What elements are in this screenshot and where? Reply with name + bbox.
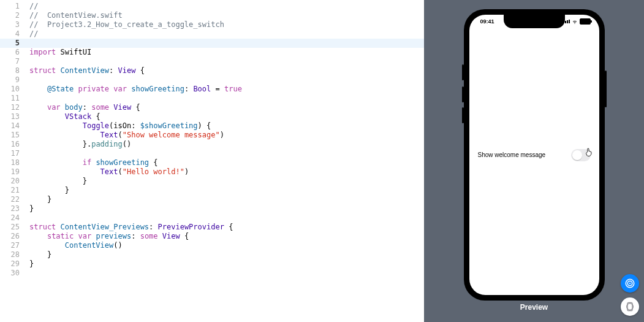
line-code: }	[23, 204, 34, 213]
line-number: 16	[0, 140, 23, 149]
code-line[interactable]: 24	[0, 213, 424, 223]
code-line[interactable]: 21 }	[0, 186, 424, 195]
code-line[interactable]: 4//	[0, 29, 424, 39]
line-number: 4	[0, 29, 23, 39]
line-number: 23	[0, 204, 23, 213]
line-code	[23, 94, 29, 103]
code-lines: 1//2// ContentView.swift3// Project3.2_H…	[0, 0, 424, 278]
line-number: 15	[0, 131, 23, 140]
code-line[interactable]: 1//	[0, 2, 424, 11]
live-preview-button[interactable]	[621, 274, 639, 293]
line-number: 29	[0, 259, 23, 269]
device-icon	[625, 302, 635, 312]
line-code	[23, 39, 29, 48]
line-code	[23, 57, 29, 66]
code-editor[interactable]: 1//2// ContentView.swift3// Project3.2_H…	[0, 0, 424, 322]
line-code	[23, 269, 29, 278]
toggle-label: Show welcome message	[478, 151, 546, 158]
code-line[interactable]: 11	[0, 94, 424, 103]
target-icon	[624, 278, 635, 289]
code-line[interactable]: 2// ContentView.swift	[0, 11, 424, 20]
line-code: }	[23, 259, 34, 269]
line-code: struct ContentView_Previews: PreviewProv…	[23, 223, 233, 232]
line-number: 25	[0, 223, 23, 232]
code-line[interactable]: 18 if showGreeting {	[0, 158, 424, 167]
line-code: Toggle(isOn: $showGreeting) {	[23, 121, 211, 131]
code-line[interactable]: 27 ContentView()	[0, 241, 424, 250]
code-line[interactable]: 13 VStack {	[0, 112, 424, 121]
line-code: // Project3.2_How_to_create_a_toggle_swi…	[23, 20, 224, 29]
line-code: import SwiftUI	[23, 48, 91, 57]
code-line[interactable]: 7	[0, 57, 424, 66]
line-code: }	[23, 186, 69, 195]
line-number: 7	[0, 57, 23, 66]
canvas-controls	[621, 274, 639, 316]
code-line[interactable]: 22 }	[0, 195, 424, 204]
line-number: 18	[0, 158, 23, 167]
line-number: 20	[0, 177, 23, 186]
toggle-switch[interactable]	[571, 149, 591, 161]
app-content: Show welcome message	[469, 15, 599, 295]
line-number: 12	[0, 103, 23, 112]
code-line[interactable]: 29}	[0, 259, 424, 269]
code-line[interactable]: 17	[0, 149, 424, 158]
line-code	[23, 75, 29, 85]
code-line[interactable]: 25struct ContentView_Previews: PreviewPr…	[0, 223, 424, 232]
code-line[interactable]: 9	[0, 75, 424, 85]
line-code: }	[23, 195, 51, 204]
svg-point-2	[629, 283, 631, 284]
preview-label: Preview	[520, 303, 548, 312]
code-line[interactable]: 5	[0, 39, 424, 48]
code-line[interactable]: 16 }.padding()	[0, 140, 424, 149]
line-number: 1	[0, 2, 23, 11]
line-code: VStack {	[23, 112, 100, 121]
line-number: 13	[0, 112, 23, 121]
code-line[interactable]: 30	[0, 269, 424, 278]
code-line[interactable]: 20 }	[0, 177, 424, 186]
device-screen[interactable]: 09:41 Show welcome message	[469, 15, 599, 295]
line-code: }	[23, 250, 51, 259]
line-number: 2	[0, 11, 23, 20]
line-number: 22	[0, 195, 23, 204]
code-line[interactable]: 3// Project3.2_How_to_create_a_toggle_sw…	[0, 20, 424, 29]
code-line[interactable]: 23}	[0, 204, 424, 213]
device-settings-button[interactable]	[621, 297, 639, 316]
line-code: Text("Hello world!")	[23, 167, 189, 177]
line-code: struct ContentView: View {	[23, 66, 145, 75]
line-number: 30	[0, 269, 23, 278]
code-line[interactable]: 8struct ContentView: View {	[0, 66, 424, 75]
line-number: 11	[0, 94, 23, 103]
line-code	[23, 213, 29, 223]
toggle-row: Show welcome message	[478, 145, 591, 165]
line-number: 10	[0, 85, 23, 94]
code-line[interactable]: 12 var body: some View {	[0, 103, 424, 112]
code-line[interactable]: 26 static var previews: some View {	[0, 232, 424, 241]
line-code: //	[23, 2, 38, 11]
code-line[interactable]: 10 @State private var showGreeting: Bool…	[0, 85, 424, 94]
line-number: 3	[0, 20, 23, 29]
line-number: 21	[0, 186, 23, 195]
line-code	[23, 149, 29, 158]
line-code: // ContentView.swift	[23, 11, 123, 20]
line-number: 28	[0, 250, 23, 259]
code-line[interactable]: 15 Text("Show welcome message")	[0, 131, 424, 140]
line-number: 6	[0, 48, 23, 57]
line-number: 5	[0, 39, 23, 48]
line-code: }	[23, 177, 87, 186]
line-code: ContentView()	[23, 241, 123, 250]
preview-pane: 09:41 Show welcome message	[424, 0, 644, 322]
code-line[interactable]: 6import SwiftUI	[0, 48, 424, 57]
line-number: 8	[0, 66, 23, 75]
code-line[interactable]: 19 Text("Hello world!")	[0, 167, 424, 177]
line-number: 19	[0, 167, 23, 177]
code-line[interactable]: 14 Toggle(isOn: $showGreeting) {	[0, 121, 424, 131]
code-line[interactable]: 28 }	[0, 250, 424, 259]
line-code: Text("Show welcome message")	[23, 131, 224, 140]
line-code: }.padding()	[23, 140, 131, 149]
line-code: @State private var showGreeting: Bool = …	[23, 85, 242, 94]
line-number: 26	[0, 232, 23, 241]
line-number: 24	[0, 213, 23, 223]
line-number: 27	[0, 241, 23, 250]
line-number: 9	[0, 75, 23, 85]
line-number: 14	[0, 121, 23, 131]
